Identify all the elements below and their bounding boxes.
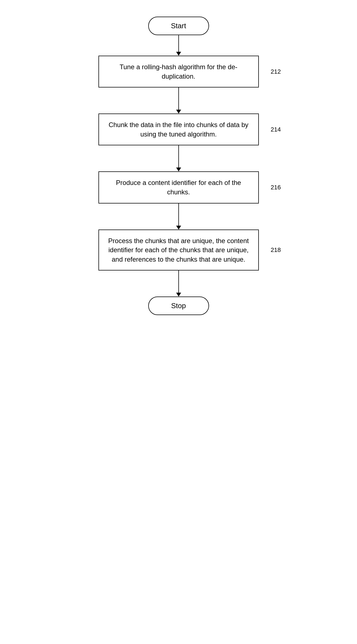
- stop-node: Stop: [148, 297, 209, 315]
- arrow-head-3: [176, 168, 181, 171]
- arrow-1: [176, 35, 181, 56]
- arrow-4: [176, 203, 181, 230]
- start-label: Start: [171, 22, 186, 30]
- step-216-node: Produce a content identifier for each of…: [98, 171, 259, 203]
- arrow-3: [176, 145, 181, 171]
- step-212-id: 212: [271, 68, 281, 75]
- flowchart-diagram: Start Tune a rolling-hash algorithm for …: [0, 11, 357, 321]
- step-214-label: Chunk the data in the file into chunks o…: [109, 121, 249, 138]
- step-214-node: Chunk the data in the file into chunks o…: [98, 114, 259, 145]
- step-218-label: Process the chunks that are unique, the …: [108, 237, 249, 263]
- arrow-head-4: [176, 226, 181, 230]
- step-218-node: Process the chunks that are unique, the …: [98, 230, 259, 271]
- stop-label: Stop: [171, 302, 186, 310]
- step-218-id: 218: [271, 246, 281, 254]
- step-212-label: Tune a rolling-hash algorithm for the de…: [120, 63, 238, 80]
- arrow-head-5: [176, 293, 181, 297]
- arrow-5: [176, 271, 181, 297]
- arrow-2: [176, 87, 181, 114]
- start-node: Start: [148, 17, 209, 35]
- step-214-wrapper: Chunk the data in the file into chunks o…: [98, 114, 259, 145]
- step-216-id: 216: [271, 184, 281, 191]
- step-218-wrapper: Process the chunks that are unique, the …: [98, 230, 259, 271]
- arrow-line-2: [178, 87, 179, 110]
- arrow-head-1: [176, 52, 181, 56]
- step-212-wrapper: Tune a rolling-hash algorithm for the de…: [98, 56, 259, 87]
- arrow-line-1: [178, 35, 179, 52]
- step-216-label: Produce a content identifier for each of…: [116, 179, 241, 196]
- step-216-wrapper: Produce a content identifier for each of…: [98, 171, 259, 203]
- arrow-line-4: [178, 203, 179, 226]
- arrow-line-5: [178, 271, 179, 293]
- step-214-id: 214: [271, 126, 281, 133]
- step-212-node: Tune a rolling-hash algorithm for the de…: [98, 56, 259, 87]
- arrow-head-2: [176, 110, 181, 114]
- start-node-wrapper: Start: [148, 17, 209, 35]
- arrow-line-3: [178, 145, 179, 168]
- stop-node-wrapper: Stop: [148, 297, 209, 315]
